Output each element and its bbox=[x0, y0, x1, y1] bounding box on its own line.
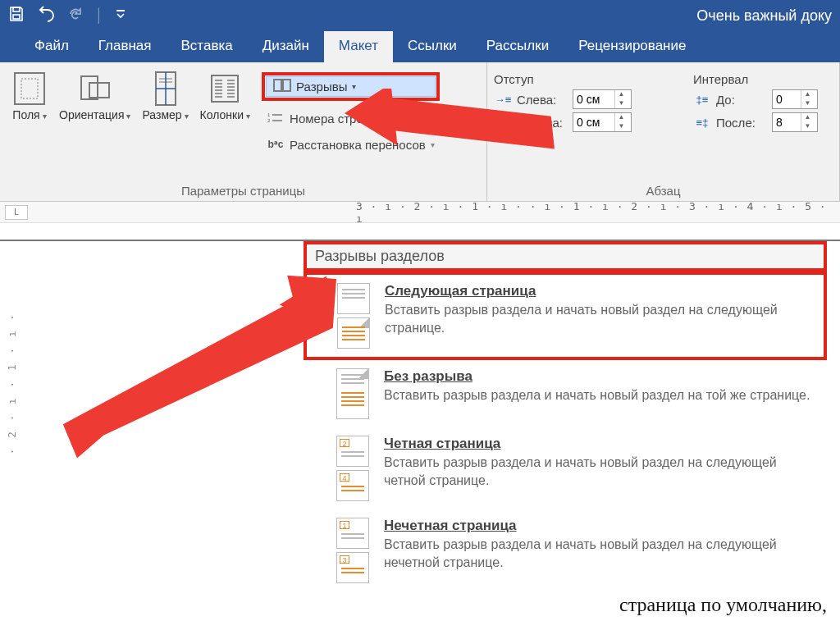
spacing-before-icon: ‡≡ bbox=[693, 94, 711, 106]
page-icon bbox=[337, 283, 370, 314]
indent-right-icon: ≡← bbox=[494, 116, 512, 129]
svg-rect-9 bbox=[274, 80, 281, 91]
breaks-dropdown: Разрывы разделов ▶ Следующая страница Вс… bbox=[304, 241, 827, 591]
line-numbers-button[interactable]: 12 Номера строк ▾ bbox=[262, 109, 440, 127]
tab-mailings[interactable]: Рассылки bbox=[472, 31, 564, 62]
orientation-button[interactable]: Ориентация bbox=[54, 67, 135, 153]
item-title: Без разрыва bbox=[384, 368, 810, 385]
size-label: Размер bbox=[142, 108, 188, 121]
horizontal-ruler[interactable]: L 3 · ı · 2 · ı · 1 · ı · · ı · 1 · ı · … bbox=[0, 202, 840, 223]
indent-right-input[interactable] bbox=[573, 113, 614, 131]
item-title: Нечетная страница bbox=[384, 518, 810, 534]
margins-icon bbox=[11, 71, 48, 107]
hyphenation-icon: bᵃc bbox=[267, 137, 285, 152]
size-button[interactable]: Размер bbox=[137, 67, 193, 153]
spacing-after-label: После: bbox=[716, 116, 767, 130]
dropdown-item-even-page[interactable]: 2 4 Четная страница Вставить разрыв разд… bbox=[304, 427, 827, 509]
orientation-icon bbox=[77, 71, 113, 107]
item-icons bbox=[336, 368, 369, 419]
columns-button[interactable]: Колонки bbox=[195, 67, 255, 153]
spacing-before-label: До: bbox=[716, 93, 767, 107]
item-desc: Вставить разрыв раздела и начать новый р… bbox=[384, 536, 810, 571]
undo-icon[interactable] bbox=[36, 6, 56, 25]
tab-design[interactable]: Дизайн bbox=[248, 31, 324, 62]
page-icon: 2 bbox=[336, 436, 369, 467]
page-icon bbox=[337, 317, 370, 349]
save-icon[interactable] bbox=[8, 6, 25, 25]
margins-label: Поля bbox=[12, 108, 46, 121]
svg-text:1: 1 bbox=[267, 112, 271, 117]
titlebar: │ Очень важный доку bbox=[0, 0, 840, 31]
tab-file[interactable]: Файл bbox=[20, 31, 84, 62]
dropdown-item-continuous[interactable]: Без разрыва Вставить разрыв раздела и на… bbox=[304, 360, 827, 427]
qat-customize-icon[interactable] bbox=[115, 8, 126, 23]
item-desc: Вставить разрыв раздела и начать новый р… bbox=[384, 454, 810, 489]
indent-right-spinner[interactable]: ▲▼ bbox=[573, 112, 632, 132]
columns-icon bbox=[207, 71, 243, 107]
document-title: Очень важный доку bbox=[696, 7, 832, 25]
indent-right-label: Справа: bbox=[517, 116, 568, 130]
svg-rect-8 bbox=[212, 75, 238, 102]
svg-rect-6 bbox=[89, 83, 109, 98]
page-icon: 4 bbox=[336, 470, 369, 501]
breaks-button[interactable]: Разрывы ▾ bbox=[266, 76, 436, 97]
breaks-highlight: Разрывы ▾ bbox=[262, 72, 440, 101]
indent-block: Отступ →≡ Слева: ▲▼ ≡← Справа: ▲▼ bbox=[494, 67, 678, 135]
svg-text:2: 2 bbox=[267, 118, 271, 123]
svg-rect-10 bbox=[283, 80, 290, 91]
item-desc: Вставить разрыв раздела и начать новый р… bbox=[385, 301, 811, 336]
dropdown-item-next-page[interactable]: ▶ Следующая страница Вставить разрыв раз… bbox=[304, 272, 827, 360]
svg-rect-0 bbox=[13, 7, 20, 11]
margins-button[interactable]: Поля bbox=[7, 67, 52, 153]
document-area: · 2 · ı · 1 · ı · Разрывы разделов ▶ Сле… bbox=[0, 240, 840, 621]
columns-label: Колонки bbox=[200, 108, 250, 121]
line-numbers-label: Номера строк bbox=[290, 112, 368, 126]
item-icons: 2 4 bbox=[336, 436, 369, 501]
item-icons bbox=[337, 283, 370, 349]
dropdown-item-odd-page[interactable]: 1 3 Нечетная страница Вставить разрыв ра… bbox=[304, 509, 827, 591]
vertical-ruler[interactable]: · 2 · ı · 1 · ı · bbox=[3, 290, 21, 454]
page-icon: 3 bbox=[336, 552, 369, 583]
breaks-icon bbox=[273, 79, 291, 94]
dropdown-section-header: Разрывы разделов bbox=[304, 241, 827, 272]
tab-selector[interactable]: L bbox=[5, 205, 28, 220]
redo-icon[interactable] bbox=[67, 6, 84, 25]
item-title: Четная страница bbox=[384, 436, 810, 452]
svg-rect-1 bbox=[13, 15, 20, 19]
page-setup-group-label: Параметры страницы bbox=[0, 184, 486, 198]
tab-home[interactable]: Главная bbox=[84, 31, 167, 62]
hyphenation-button[interactable]: bᵃc Расстановка переносов ▾ bbox=[262, 135, 440, 153]
paragraph-group-label: Абзац bbox=[487, 184, 839, 198]
size-icon bbox=[148, 71, 184, 107]
spacing-after-icon: ≡‡ bbox=[693, 116, 711, 129]
document-body-text: страница по умолчанию, bbox=[619, 594, 827, 616]
group-page-setup: Поля Ориентация Размер Колонки bbox=[0, 62, 487, 201]
qat-separator: │ bbox=[95, 8, 103, 23]
tab-review[interactable]: Рецензирование bbox=[564, 31, 701, 62]
svg-rect-4 bbox=[21, 79, 38, 98]
tab-references[interactable]: Ссылки bbox=[393, 31, 472, 62]
line-numbers-icon: 12 bbox=[267, 111, 285, 126]
svg-rect-3 bbox=[15, 73, 44, 104]
spacing-block: Интервал ‡≡ До: ▲▼ ≡‡ После: ▲▼ bbox=[693, 67, 833, 135]
orientation-label: Ориентация bbox=[59, 108, 130, 121]
spacing-before-input[interactable] bbox=[773, 90, 801, 108]
indent-left-spinner[interactable]: ▲▼ bbox=[573, 89, 632, 109]
spacing-before-spinner[interactable]: ▲▼ bbox=[772, 89, 818, 109]
hyphenation-label: Расстановка переносов bbox=[290, 138, 426, 152]
indent-left-input[interactable] bbox=[573, 90, 614, 108]
spacing-title: Интервал bbox=[693, 72, 833, 86]
indent-title: Отступ bbox=[494, 72, 678, 86]
item-icons: 1 3 bbox=[336, 518, 369, 583]
page-icon: 1 bbox=[336, 518, 369, 549]
group-paragraph: Отступ →≡ Слева: ▲▼ ≡← Справа: ▲▼ Интерв… bbox=[487, 62, 840, 201]
spacing-after-input[interactable] bbox=[773, 113, 801, 131]
tab-insert[interactable]: Вставка bbox=[167, 31, 248, 62]
spacing-after-spinner[interactable]: ▲▼ bbox=[772, 112, 818, 132]
item-desc: Вставить разрыв раздела и начать новый р… bbox=[384, 386, 810, 404]
indent-left-icon: →≡ bbox=[494, 94, 512, 106]
ribbon-tabs: Файл Главная Вставка Дизайн Макет Ссылки… bbox=[0, 31, 840, 62]
indent-left-label: Слева: bbox=[517, 93, 568, 107]
tab-layout[interactable]: Макет bbox=[324, 31, 393, 62]
ruler-numbers: 3 · ı · 2 · ı · 1 · ı · · ı · 1 · ı · 2 … bbox=[356, 200, 840, 225]
